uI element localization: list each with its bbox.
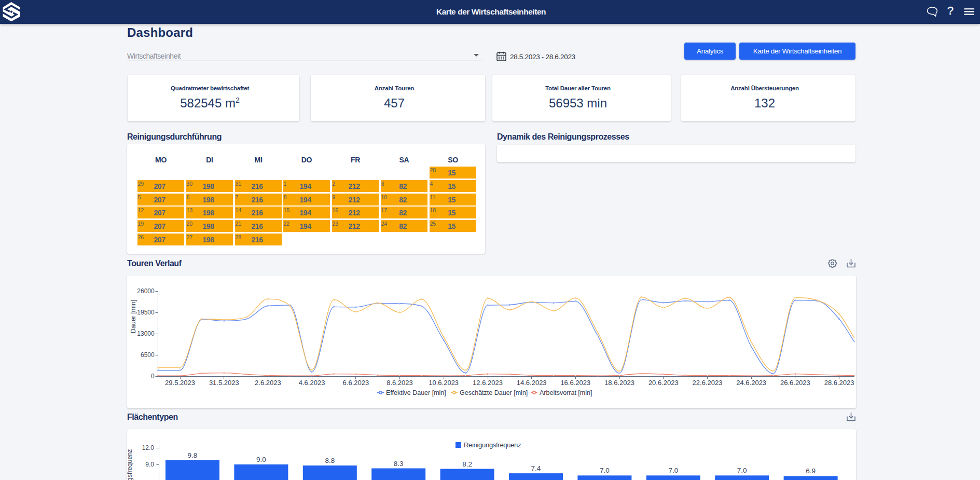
svg-text:7.0: 7.0 <box>600 467 610 474</box>
svg-text:6500: 6500 <box>141 351 155 359</box>
svg-text:7.4: 7.4 <box>531 464 541 472</box>
svg-text:8.6.2023: 8.6.2023 <box>387 379 413 387</box>
svg-text:24.6.2023: 24.6.2023 <box>736 379 766 387</box>
svg-text:6.6.2023: 6.6.2023 <box>343 379 369 387</box>
svg-text:16.6.2023: 16.6.2023 <box>560 379 590 387</box>
svg-text:26000: 26000 <box>137 287 155 295</box>
svg-text:13000: 13000 <box>137 330 155 337</box>
svg-text:9.0: 9.0 <box>256 456 266 463</box>
svg-text:9.8: 9.8 <box>188 451 198 459</box>
svg-text:9.0: 9.0 <box>145 461 154 468</box>
svg-text:8.3: 8.3 <box>394 460 404 468</box>
svg-text:20.6.2023: 20.6.2023 <box>648 379 679 387</box>
svg-text:Effektive Dauer [min]: Effektive Dauer [min] <box>386 389 446 396</box>
svg-text:18.6.2023: 18.6.2023 <box>604 379 634 387</box>
svg-text:8.2: 8.2 <box>462 460 472 468</box>
svg-text:26.6.2023: 26.6.2023 <box>780 379 810 387</box>
svg-text:Geschätzte Dauer [min]: Geschätzte Dauer [min] <box>460 389 528 396</box>
svg-text:7.0: 7.0 <box>668 467 678 474</box>
svg-text:Reinigungsfrequenz: Reinigungsfrequenz <box>127 449 133 480</box>
svg-text:4.6.2023: 4.6.2023 <box>299 379 325 387</box>
svg-text:29.5.2023: 29.5.2023 <box>165 379 195 387</box>
svg-text:8.8: 8.8 <box>325 457 335 464</box>
svg-text:22.6.2023: 22.6.2023 <box>693 379 723 387</box>
svg-text:12.0: 12.0 <box>142 444 155 451</box>
svg-text:14.6.2023: 14.6.2023 <box>517 379 547 387</box>
svg-text:10.6.2023: 10.6.2023 <box>429 379 459 387</box>
svg-text:12.6.2023: 12.6.2023 <box>473 379 503 387</box>
svg-text:28.6.2023: 28.6.2023 <box>824 379 854 387</box>
svg-text:6.9: 6.9 <box>806 467 816 475</box>
svg-text:Dauer [min]: Dauer [min] <box>130 300 137 334</box>
svg-text:7.0: 7.0 <box>737 467 747 474</box>
svg-text:2.6.2023: 2.6.2023 <box>255 379 281 387</box>
svg-text:31.5.2023: 31.5.2023 <box>209 379 239 387</box>
svg-text:19500: 19500 <box>137 309 155 316</box>
svg-text:0: 0 <box>151 373 155 380</box>
svg-text:Arbeitsvorrat [min]: Arbeitsvorrat [min] <box>540 389 592 396</box>
svg-text:Reinigungsfrequenz: Reinigungsfrequenz <box>464 441 521 449</box>
